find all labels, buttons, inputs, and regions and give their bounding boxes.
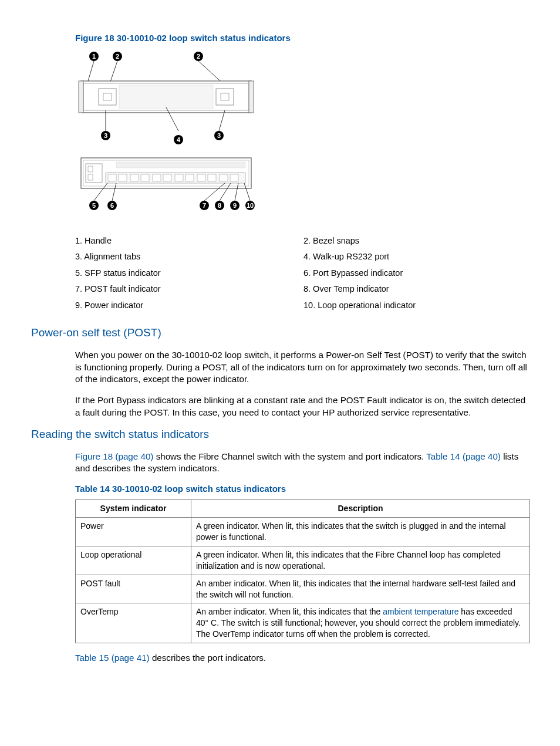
svg-text:8: 8 (218, 202, 221, 209)
table-header-row: System indicator Description (76, 500, 530, 518)
diagram-top: 1 2 2 (75, 49, 257, 151)
svg-text:4: 4 (177, 136, 181, 143)
svg-text:2: 2 (116, 53, 119, 60)
svg-rect-43 (220, 174, 228, 181)
paragraph: Figure 18 (page 40) shows the Fibre Chan… (75, 451, 532, 475)
svg-text:5: 5 (92, 202, 96, 209)
diagram-bottom: 5 6 7 8 9 10 (75, 155, 257, 220)
table-row: POST fault An amber indicator. When lit,… (76, 575, 530, 603)
svg-rect-39 (175, 174, 183, 181)
svg-text:10: 10 (247, 202, 254, 209)
table-cell: A green indicator. When lit, this indica… (191, 546, 530, 575)
legend-item: 9. Power indicator (75, 298, 303, 314)
svg-rect-35 (130, 174, 139, 181)
svg-line-20 (219, 110, 225, 131)
svg-rect-41 (197, 174, 205, 181)
svg-rect-31 (88, 174, 93, 180)
legend-item: 5. SFP status indicator (75, 265, 303, 282)
table-row: Power A green indicator. When lit, this … (76, 518, 530, 546)
table-cell: OverTemp (76, 603, 191, 643)
svg-rect-40 (185, 174, 194, 181)
svg-rect-13 (119, 85, 213, 109)
paragraph: When you power on the 30-10010-02 loop s… (75, 349, 532, 386)
page-content: Figure 18 30-10010-02 loop switch status… (0, 0, 560, 746)
svg-rect-38 (163, 174, 171, 181)
svg-text:1: 1 (92, 53, 96, 60)
svg-rect-30 (88, 166, 93, 172)
svg-rect-12 (249, 81, 254, 113)
text: describes the port indicators. (150, 653, 266, 663)
table-row: Loop operational A green indicator. When… (76, 546, 530, 575)
legend-item: 1. Handle (75, 233, 303, 249)
table-cell: A green indicator. When lit, this indica… (191, 518, 530, 546)
table-cell: Loop operational (76, 546, 191, 575)
svg-text:2: 2 (197, 53, 200, 60)
heading-reading: Reading the switch status indicators (31, 427, 532, 442)
svg-line-6 (88, 61, 94, 81)
svg-text:3: 3 (217, 132, 221, 139)
svg-text:6: 6 (110, 202, 114, 209)
svg-rect-33 (108, 174, 116, 181)
table-cell: An amber indicator. When lit, this indic… (191, 575, 530, 603)
svg-rect-15 (103, 93, 112, 100)
svg-text:7: 7 (203, 202, 206, 209)
table-cell: An amber indicator. When lit, this indic… (191, 603, 530, 643)
svg-rect-36 (141, 174, 149, 181)
legend-item: 10. Loop operational indicator (303, 298, 532, 314)
heading-post: Power-on self test (POST) (31, 325, 532, 340)
text: An amber indicator. When lit, this indic… (196, 607, 383, 616)
figure-legend: 1. Handle 2. Bezel snaps 3. Alignment ta… (75, 233, 532, 314)
figure-diagram: 1 2 2 (75, 49, 257, 222)
glossary-link[interactable]: ambient temperature (383, 607, 458, 616)
svg-rect-37 (153, 174, 161, 181)
text: shows the Fibre Channel switch with the … (153, 451, 426, 461)
table-header: System indicator (76, 500, 191, 518)
figure-caption: Figure 18 30-10010-02 loop switch status… (75, 32, 532, 44)
svg-rect-45 (116, 162, 245, 168)
svg-rect-17 (221, 93, 229, 100)
svg-rect-11 (79, 81, 83, 113)
status-indicator-table: System indicator Description Power A gre… (75, 499, 530, 643)
legend-item: 8. Over Temp indicator (303, 281, 532, 298)
legend-item: 3. Alignment tabs (75, 249, 303, 265)
legend-item: 2. Bezel snaps (303, 233, 532, 249)
table-caption: Table 14 30-10010-02 loop switch status … (75, 483, 532, 495)
table-row: OverTemp An amber indicator. When lit, t… (76, 603, 530, 643)
table-cell: Power (76, 518, 191, 546)
cross-ref-link[interactable]: Figure 18 (page 40) (75, 451, 153, 461)
svg-text:9: 9 (233, 202, 237, 209)
legend-item: 7. POST fault indicator (75, 281, 303, 298)
legend-item: 6. Port Bypassed indicator (303, 265, 532, 282)
svg-text:3: 3 (104, 132, 107, 139)
cross-ref-link[interactable]: Table 14 (page 40) (426, 451, 501, 461)
cross-ref-link[interactable]: Table 15 (page 41) (75, 653, 150, 663)
svg-rect-44 (230, 174, 238, 181)
legend-item: 4. Walk-up RS232 port (303, 249, 532, 265)
paragraph: If the Port Bypass indicators are blinki… (75, 394, 532, 418)
svg-rect-42 (208, 174, 216, 181)
svg-rect-34 (119, 174, 127, 181)
table-header: Description (191, 500, 530, 518)
table-cell: POST fault (76, 575, 191, 603)
paragraph: Table 15 (page 41) describes the port in… (75, 652, 532, 664)
